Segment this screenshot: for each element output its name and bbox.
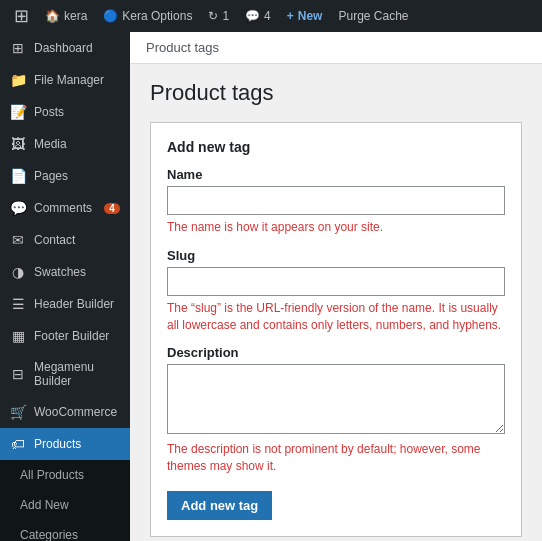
sidebar-item-contact[interactable]: ✉ Contact — [0, 224, 130, 256]
sidebar-item-swatches[interactable]: ◑ Swatches — [0, 256, 130, 288]
sidebar-item-woocommerce[interactable]: 🛒 WooCommerce — [0, 396, 130, 428]
description-input[interactable] — [167, 364, 505, 434]
header-builder-icon: ☰ — [10, 296, 26, 312]
updates-icon: ↻ — [208, 9, 218, 23]
sidebar-item-dashboard[interactable]: ⊞ Dashboard — [0, 32, 130, 64]
breadcrumb: Product tags — [130, 32, 542, 64]
slug-hint: The “slug” is the URL-friendly version o… — [167, 300, 505, 334]
sidebar-item-products[interactable]: 🏷 Products — [0, 428, 130, 460]
sidebar-item-file-manager[interactable]: 📁 File Manager — [0, 64, 130, 96]
sidebar-item-comments[interactable]: 💬 Comments 4 — [0, 192, 130, 224]
description-field: Description The description is not promi… — [167, 345, 505, 475]
description-label: Description — [167, 345, 505, 360]
name-input[interactable] — [167, 186, 505, 215]
comments-badge: 4 — [104, 203, 120, 214]
sidebar-item-header-builder[interactable]: ☰ Header Builder — [0, 288, 130, 320]
description-hint: The description is not prominent by defa… — [167, 441, 505, 475]
sidebar-submenu-categories[interactable]: Categories — [0, 520, 130, 541]
sidebar-item-footer-builder[interactable]: ▦ Footer Builder — [0, 320, 130, 352]
contact-icon: ✉ — [10, 232, 26, 248]
sidebar: ⊞ Dashboard 📁 File Manager 📝 Posts 🖼 Med… — [0, 32, 130, 541]
admin-bar: ⊞ 🏠 kera 🔵 Kera Options ↻ 1 💬 4 + New Pu… — [0, 0, 542, 32]
products-icon: 🏷 — [10, 436, 26, 452]
swatches-icon: ◑ — [10, 264, 26, 280]
home-icon: 🏠 — [45, 9, 60, 23]
sidebar-item-megamenu-builder[interactable]: ⊟ Megamenu Builder — [0, 352, 130, 396]
name-label: Name — [167, 167, 505, 182]
comments-icon: 💬 — [245, 9, 260, 23]
sidebar-submenu-all-products[interactable]: All Products — [0, 460, 130, 490]
pages-icon: 📄 — [10, 168, 26, 184]
sidebar-item-posts[interactable]: 📝 Posts — [0, 96, 130, 128]
adminbar-new[interactable]: + New — [281, 0, 329, 32]
adminbar-kera-options[interactable]: 🔵 Kera Options — [97, 0, 198, 32]
slug-label: Slug — [167, 248, 505, 263]
adminbar-updates[interactable]: ↻ 1 — [202, 0, 235, 32]
add-tag-form: Add new tag Name The name is how it appe… — [150, 122, 522, 537]
slug-field: Slug The “slug” is the URL-friendly vers… — [167, 248, 505, 334]
dashboard-icon: ⊞ — [10, 40, 26, 56]
form-section-title: Add new tag — [167, 139, 505, 155]
adminbar-purge-cache[interactable]: Purge Cache — [332, 0, 414, 32]
woocommerce-icon: 🛒 — [10, 404, 26, 420]
name-hint: The name is how it appears on your site. — [167, 219, 505, 236]
slug-input[interactable] — [167, 267, 505, 296]
name-field: Name The name is how it appears on your … — [167, 167, 505, 236]
sidebar-item-pages[interactable]: 📄 Pages — [0, 160, 130, 192]
footer-builder-icon: ▦ — [10, 328, 26, 344]
wp-logo[interactable]: ⊞ — [8, 0, 35, 32]
page-title: Product tags — [150, 80, 522, 106]
sidebar-item-media[interactable]: 🖼 Media — [0, 128, 130, 160]
sidebar-submenu-add-new[interactable]: Add New — [0, 490, 130, 520]
media-icon: 🖼 — [10, 136, 26, 152]
adminbar-comments[interactable]: 💬 4 — [239, 0, 277, 32]
products-submenu: All Products Add New Categories Tags Att… — [0, 460, 130, 541]
posts-icon: 📝 — [10, 104, 26, 120]
kera-options-icon: 🔵 — [103, 9, 118, 23]
megamenu-icon: ⊟ — [10, 366, 26, 382]
folder-icon: 📁 — [10, 72, 26, 88]
plus-icon: + — [287, 9, 294, 23]
comments-menu-icon: 💬 — [10, 200, 26, 216]
adminbar-site[interactable]: 🏠 kera — [39, 0, 93, 32]
add-new-tag-button[interactable]: Add new tag — [167, 491, 272, 520]
main-content: Product tags Product tags Add new tag Na… — [130, 32, 542, 541]
